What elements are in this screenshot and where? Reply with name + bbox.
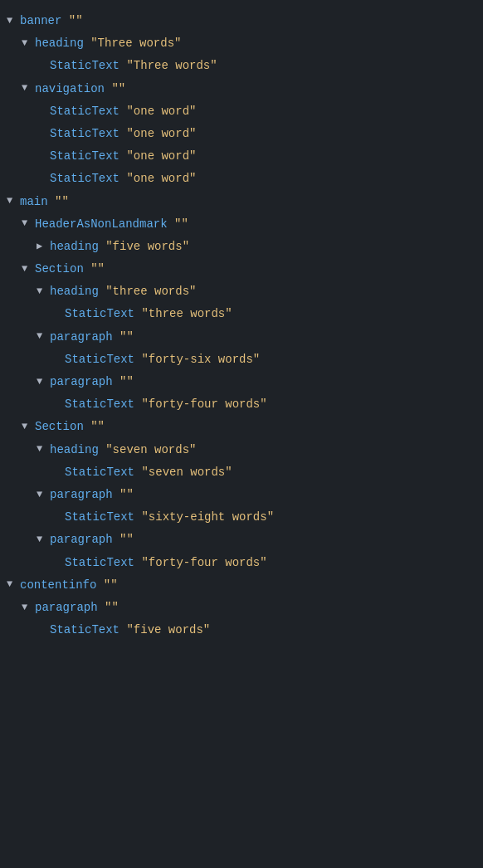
statictext-one-word-1-value: "one word" [126, 101, 196, 122]
node-section-1: Section "" heading "three words" StaticT… [7, 258, 476, 416]
heading-three-words-2-row[interactable]: heading "three words" [7, 280, 476, 303]
paragraph-4-label: "" [120, 529, 134, 550]
arrow-paragraph-1[interactable] [37, 328, 48, 346]
node-paragraph-4: paragraph "" StaticText "forty-four word… [7, 529, 476, 573]
contentinfo-type: contentinfo [20, 575, 96, 596]
arrow-heading-seven-words[interactable] [37, 441, 48, 459]
navigation-type: navigation [35, 79, 105, 100]
contentinfo-row[interactable]: contentinfo "" [7, 574, 476, 597]
statictext-forty-six-value: "forty-six words" [141, 349, 260, 370]
node-heading-seven-words: heading "seven words" StaticText "seven … [7, 439, 476, 484]
statictext-one-word-1-type: StaticText [50, 101, 120, 122]
statictext-five-words-row: StaticText "five words" [7, 619, 476, 641]
node-navigation: navigation "" StaticText "one word" Stat… [7, 78, 476, 191]
main-label: "" [55, 192, 69, 212]
heading-five-words-type: heading [50, 237, 99, 257]
node-banner: banner "" heading "Three words" StaticTe… [7, 10, 476, 191]
banner-row[interactable]: banner "" [7, 10, 476, 32]
paragraph-3-label: "" [120, 485, 134, 505]
paragraph-3-type: paragraph [50, 485, 113, 505]
arrow-contentinfo[interactable] [7, 576, 18, 594]
arrow-section-1[interactable] [22, 261, 33, 279]
headerasnonlandmark-row[interactable]: HeaderAsNonLandmark "" [7, 213, 476, 236]
heading-seven-words-type: heading [50, 440, 99, 461]
node-paragraph-2: paragraph "" StaticText "forty-four word… [7, 371, 476, 416]
node-contentinfo: contentinfo "" paragraph "" StaticText "… [7, 574, 476, 642]
statictext-three-words-value: "Three words" [126, 56, 217, 76]
statictext-forty-four-1-row: StaticText "forty-four words" [7, 393, 476, 416]
paragraph-5-row[interactable]: paragraph "" [7, 597, 476, 619]
statictext-forty-four-1-type: StaticText [65, 394, 134, 415]
heading-five-words-label: "five words" [105, 237, 189, 257]
headerasnonlandmark-type: HeaderAsNonLandmark [35, 214, 168, 235]
heading-three-words-label: "Three words" [90, 33, 181, 54]
section-1-type: Section [35, 259, 84, 280]
statictext-three-words-row: StaticText "Three words" [7, 55, 476, 77]
node-heading-three-words-2: heading "three words" StaticText "three … [7, 280, 476, 325]
section-2-label: "" [90, 417, 105, 437]
arrow-section-2[interactable] [22, 418, 33, 436]
paragraph-5-type: paragraph [35, 597, 98, 618]
headerasnonlandmark-label: "" [174, 214, 188, 235]
statictext-forty-four-2-type: StaticText [65, 553, 134, 573]
section-1-label: "" [90, 259, 105, 280]
navigation-label: "" [111, 79, 125, 100]
paragraph-1-type: paragraph [50, 327, 113, 348]
statictext-one-word-4-type: StaticText [50, 168, 120, 189]
arrow-banner[interactable] [7, 12, 18, 31]
statictext-three-words-type: StaticText [50, 56, 120, 76]
arrow-heading-three-words[interactable] [22, 35, 33, 53]
paragraph-5-label: "" [105, 597, 119, 618]
heading-three-words-2-label: "three words" [105, 281, 196, 302]
arrow-paragraph-3[interactable] [37, 486, 48, 505]
arrow-main[interactable] [7, 193, 18, 211]
arrow-paragraph-5[interactable] [22, 599, 33, 617]
arrow-navigation[interactable] [22, 80, 33, 98]
statictext-forty-four-2-row: StaticText "forty-four words" [7, 552, 476, 574]
arrow-paragraph-4[interactable] [37, 531, 48, 549]
main-row[interactable]: main "" [7, 191, 476, 213]
node-heading-three-words: heading "Three words" StaticText "Three … [7, 32, 476, 77]
statictext-three-words-2-row: StaticText "three words" [7, 303, 476, 325]
main-type: main [20, 192, 48, 212]
banner-label: "" [69, 11, 83, 32]
statictext-forty-six-row: StaticText "forty-six words" [7, 349, 476, 371]
contentinfo-label: "" [104, 575, 118, 596]
statictext-seven-words-type: StaticText [65, 462, 134, 483]
arrow-paragraph-2[interactable] [37, 373, 48, 392]
paragraph-4-row[interactable]: paragraph "" [7, 529, 476, 551]
section-2-type: Section [35, 417, 84, 437]
arrow-heading-five-words[interactable] [37, 238, 48, 256]
arrow-headerasnonlandmark[interactable] [22, 215, 33, 233]
statictext-five-words-type: StaticText [50, 620, 120, 641]
heading-seven-words-row[interactable]: heading "seven words" [7, 439, 476, 461]
arrow-heading-three-words-2[interactable] [37, 283, 48, 301]
heading-three-words-2-type: heading [50, 281, 99, 302]
paragraph-2-row[interactable]: paragraph "" [7, 371, 476, 393]
paragraph-1-row[interactable]: paragraph "" [7, 326, 476, 349]
node-paragraph-5: paragraph "" StaticText "five words" [7, 597, 476, 641]
statictext-sixty-eight-row: StaticText "sixty-eight words" [7, 506, 476, 529]
heading-three-words-row[interactable]: heading "Three words" [7, 32, 476, 55]
statictext-sixty-eight-value: "sixty-eight words" [141, 507, 274, 528]
statictext-one-word-3-value: "one word" [126, 146, 196, 167]
paragraph-4-type: paragraph [50, 529, 113, 550]
node-main: main "" HeaderAsNonLandmark "" heading "… [7, 191, 476, 574]
statictext-one-word-3-type: StaticText [50, 146, 120, 167]
section-2-row[interactable]: Section "" [7, 416, 476, 438]
section-1-row[interactable]: Section "" [7, 258, 476, 280]
node-paragraph-1: paragraph "" StaticText "forty-six words… [7, 326, 476, 371]
statictext-one-word-3-row: StaticText "one word" [7, 145, 476, 168]
node-paragraph-3: paragraph "" StaticText "sixty-eight wor… [7, 484, 476, 529]
accessibility-tree: banner "" heading "Three words" StaticTe… [0, 7, 483, 645]
navigation-row[interactable]: navigation "" [7, 78, 476, 100]
paragraph-3-row[interactable]: paragraph "" [7, 484, 476, 506]
statictext-forty-four-1-value: "forty-four words" [141, 394, 266, 415]
paragraph-2-label: "" [120, 372, 134, 393]
banner-type: banner [20, 11, 61, 32]
node-section-2: Section "" heading "seven words" StaticT… [7, 416, 476, 573]
statictext-three-words-2-type: StaticText [65, 304, 134, 324]
heading-five-words-row[interactable]: heading "five words" [7, 236, 476, 258]
statictext-seven-words-value: "seven words" [141, 462, 232, 483]
paragraph-2-type: paragraph [50, 372, 113, 393]
